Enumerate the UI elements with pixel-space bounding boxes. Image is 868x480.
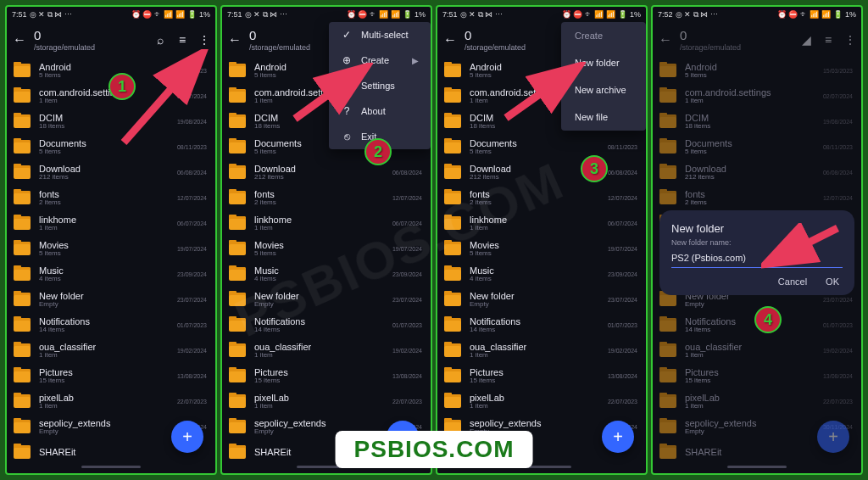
folder-date: 19/02/2024 <box>823 348 853 354</box>
folder-icon <box>229 216 246 230</box>
list-item[interactable]: DCIM18 items19/08/2024 <box>653 109 861 134</box>
kebab-menu-icon[interactable]: ⋮ <box>844 33 856 47</box>
list-item[interactable]: Movies5 items19/07/2024 <box>222 236 431 261</box>
list-item[interactable]: New folderEmpty23/07/2024 <box>437 287 646 312</box>
list-item[interactable]: Download212 items06/08/2024 <box>653 159 861 185</box>
list-item[interactable]: fonts2 items12/07/2024 <box>7 185 215 210</box>
list-item[interactable]: pixelLab1 item22/07/2023 <box>7 388 215 414</box>
list-item[interactable]: Documents5 items08/11/2023 <box>653 134 861 159</box>
folder-icon <box>659 191 676 204</box>
folder-sub: 5 items <box>685 72 823 80</box>
list-item[interactable]: oua_classifier1 item19/02/2024 <box>437 338 646 363</box>
folder-name: Music <box>470 265 608 276</box>
menu-icon: ⎋ <box>341 131 353 142</box>
folder-icon <box>444 267 461 281</box>
path-title[interactable]: 0 /storage/emulated <box>680 28 800 52</box>
folder-date: 08/11/2023 <box>608 144 637 150</box>
list-item[interactable]: Music4 items23/09/2024 <box>437 261 646 287</box>
search-icon[interactable]: ⌕ <box>154 33 166 47</box>
folder-sub: 1 item <box>254 403 392 410</box>
fab-add-button[interactable]: + <box>602 421 634 453</box>
folder-icon <box>444 216 461 230</box>
folder-name: New folder <box>470 291 608 301</box>
list-item[interactable]: pixelLab1 item22/07/2023 <box>222 388 431 414</box>
svg-line-3 <box>295 70 363 119</box>
list-item[interactable]: New folderEmpty23/07/2024 <box>222 287 431 312</box>
svg-line-1 <box>124 56 200 142</box>
back-icon[interactable]: ← <box>227 32 242 47</box>
back-icon[interactable]: ← <box>658 32 673 47</box>
list-item[interactable]: Notifications14 items01/07/2023 <box>437 312 646 338</box>
kebab-menu-icon[interactable]: ⋮ <box>198 33 210 47</box>
list-item[interactable]: Android5 items15/03/2023 <box>653 58 861 83</box>
list-item[interactable]: oua_classifier1 item19/02/2024 <box>653 338 861 363</box>
folder-name: oua_classifier <box>39 342 177 352</box>
folder-sub: 1 item <box>254 225 392 232</box>
back-icon[interactable]: ← <box>442 32 458 47</box>
folder-name: com.android.settings <box>685 87 823 98</box>
list-item[interactable]: Pictures15 items13/08/2024 <box>7 363 215 388</box>
list-item[interactable]: Notifications14 items01/07/2023 <box>222 312 431 338</box>
list-item[interactable]: oua_classifier1 item19/02/2024 <box>7 338 215 363</box>
folder-sub: 1 item <box>470 352 608 360</box>
list-item[interactable]: fonts2 items12/07/2024 <box>222 185 431 210</box>
folder-icon <box>229 343 246 357</box>
list-item[interactable]: Music4 items23/09/2024 <box>7 261 215 287</box>
folder-date: 01/07/2023 <box>392 322 422 328</box>
list-item[interactable]: New folderEmpty23/07/2024 <box>7 287 215 312</box>
folder-sub: 1 item <box>39 352 177 360</box>
folder-name: fonts <box>685 189 823 199</box>
list-item[interactable]: oua_classifier1 item19/02/2024 <box>222 338 431 363</box>
back-icon[interactable]: ← <box>12 32 27 47</box>
folder-name: Android <box>685 62 823 72</box>
folder-icon <box>229 89 246 103</box>
list-item[interactable]: pixelLab1 item22/07/2023 <box>653 388 861 414</box>
panel-step-4: 7:52◎ ✕ ⧉ ⋈ ⋯ ⏰ ⛔ ᯤ 📶 📶🔋1% ← 0 /storage/… <box>651 5 863 475</box>
list-item[interactable]: Documents5 items08/11/2023 <box>437 134 646 159</box>
list-item[interactable]: Movies5 items19/07/2024 <box>7 236 215 261</box>
list-item[interactable]: fonts2 items12/07/2024 <box>437 185 646 210</box>
folder-date: 23/09/2024 <box>177 271 207 277</box>
folder-icon <box>444 318 461 332</box>
list-item[interactable]: Download212 items06/08/2024 <box>222 159 431 185</box>
folder-name: pixelLab <box>254 393 392 403</box>
path-title[interactable]: 0 /storage/emulated <box>34 28 154 52</box>
list-item[interactable]: Pictures15 items13/08/2024 <box>222 363 431 388</box>
folder-name: New folder <box>254 291 392 301</box>
ok-button[interactable]: OK <box>826 276 839 287</box>
folder-date: 19/02/2024 <box>608 348 637 354</box>
fab-add-button[interactable]: + <box>171 421 203 453</box>
cancel-button[interactable]: Cancel <box>778 276 807 287</box>
list-item[interactable]: Download212 items06/08/2024 <box>7 159 215 185</box>
folder-date: 19/07/2024 <box>177 246 207 252</box>
fab-add-button: + <box>817 421 849 453</box>
menu-item[interactable]: ✓Multi-select <box>329 22 431 47</box>
folder-name: Movies <box>254 240 392 250</box>
folder-icon <box>659 369 676 382</box>
folder-icon <box>444 343 461 357</box>
folder-name: oua_classifier <box>470 342 608 352</box>
scrollbar-thumb[interactable] <box>81 466 141 468</box>
folder-date: 06/07/2024 <box>608 220 637 226</box>
folder-sub: 212 items <box>254 174 392 181</box>
list-item[interactable]: Pictures15 items13/08/2024 <box>437 363 646 388</box>
folder-icon <box>444 242 461 255</box>
list-item[interactable]: linkhome1 item06/07/2024 <box>222 210 431 236</box>
list-item[interactable]: com.android.settings1 item02/07/2024 <box>653 83 861 109</box>
list-item[interactable]: Notifications14 items01/07/2023 <box>7 312 215 338</box>
list-item[interactable]: Pictures15 items13/08/2024 <box>653 363 861 388</box>
folder-name: Notifications <box>39 316 177 327</box>
list-item[interactable]: Download212 items06/08/2024 <box>437 159 646 185</box>
view-list-icon[interactable]: ≡ <box>822 33 834 47</box>
view-list-icon[interactable]: ≡ <box>176 33 188 47</box>
list-item[interactable]: linkhome1 item06/07/2024 <box>437 210 646 236</box>
folder-icon <box>14 445 31 459</box>
list-item[interactable]: Movies5 items19/07/2024 <box>437 236 646 261</box>
list-item[interactable]: Music4 items23/09/2024 <box>222 261 431 287</box>
arrow-annotation <box>761 223 846 274</box>
list-item[interactable]: pixelLab1 item22/07/2023 <box>437 388 646 414</box>
folder-icon <box>14 191 31 204</box>
list-item[interactable]: linkhome1 item06/07/2024 <box>7 210 215 236</box>
list-item[interactable]: fonts2 items12/07/2024 <box>653 185 861 210</box>
folder-sub: 4 items <box>470 276 608 283</box>
